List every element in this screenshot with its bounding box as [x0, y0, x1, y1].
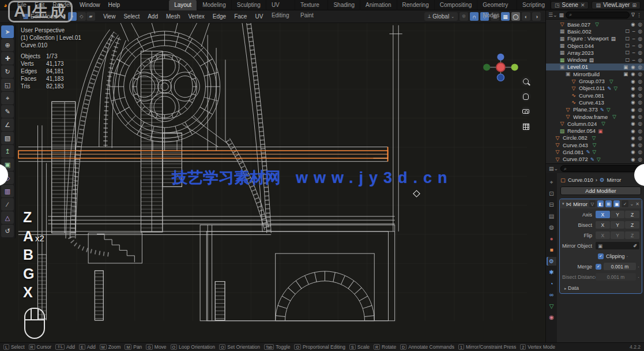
- disable-render-toggle[interactable]: ◎: [638, 156, 642, 162]
- eyedropper-icon[interactable]: ✐: [633, 243, 637, 249]
- workspace-tab[interactable]: Animation: [360, 0, 397, 10]
- checkbox-toggle[interactable]: ☐: [625, 57, 630, 63]
- outliner-row[interactable]: ∿ Curve.413 ◉ ◎: [546, 99, 644, 106]
- disable-render-toggle[interactable]: ◎: [638, 43, 642, 48]
- rotate-tool[interactable]: ↻: [1, 65, 14, 78]
- outliner-row[interactable]: ▣ MirrorBuild ▣ ◉ ◎: [546, 70, 644, 77]
- hide-viewport-toggle[interactable]: –: [632, 57, 635, 63]
- snap-magnet-icon[interactable]: ∩: [470, 12, 479, 21]
- tab-particles[interactable]: ✱: [547, 268, 556, 277]
- menu-item[interactable]: Window: [76, 0, 104, 10]
- outliner-row[interactable]: ▦ Basic.002 ☐ – ◎: [546, 28, 644, 35]
- properties-editor-icon[interactable]: ▤⌄: [549, 166, 558, 171]
- editor-type-icon[interactable]: ☰⌄: [548, 12, 558, 18]
- axis-y-button[interactable]: Y: [611, 211, 625, 218]
- breadcrumb-object[interactable]: Curve.010: [568, 177, 593, 183]
- new-layer-icon[interactable]: ⊞: [632, 2, 637, 8]
- transform-orientation-dropdown[interactable]: ⟂ Global ⌄: [424, 12, 458, 21]
- edit-mode-display-toggle[interactable]: ▽: [589, 200, 596, 207]
- add-modifier-button[interactable]: Add Modifier: [560, 186, 641, 195]
- viewport-menu-item[interactable]: Add: [144, 12, 162, 22]
- viewport-3d[interactable]: User Perspective(1) Collection | Level.0…: [0, 23, 545, 342]
- overlays-icon[interactable]: ▦: [501, 12, 510, 21]
- knife-tool[interactable]: ∕: [1, 198, 14, 211]
- view-layer-selector[interactable]: ▤ ViewLayer ⊞: [592, 1, 641, 9]
- hide-viewport-toggle[interactable]: ◉: [631, 149, 635, 155]
- disable-render-toggle[interactable]: ◎: [638, 99, 642, 105]
- outliner-row[interactable]: ▽ Curve.043 ▽ ◉ ◎: [546, 141, 644, 148]
- outliner-row[interactable]: ▽ Group.073 ▽ ◉ ◎: [546, 77, 644, 84]
- tab-tool[interactable]: ⌖: [547, 178, 556, 186]
- animate-dot[interactable]: ·: [638, 274, 639, 280]
- workspace-tab[interactable]: UV Editing: [266, 0, 295, 10]
- hide-viewport-toggle[interactable]: ◉: [631, 121, 635, 126]
- hide-viewport-toggle[interactable]: ◉: [631, 64, 635, 70]
- outliner-row[interactable]: ▽ Circle.082 ▽ ◉ ◎: [546, 135, 644, 141]
- tab-modifiers[interactable]: ⚙: [547, 257, 556, 266]
- outliner-row[interactable]: ▦ Window ▤ ☐ – ◎: [546, 56, 644, 63]
- disable-render-toggle[interactable]: ◎: [638, 57, 642, 63]
- camera-view-icon[interactable]: [521, 106, 531, 117]
- outliner-row[interactable]: ▦ Array.2023 ☐ – ◎: [546, 49, 644, 56]
- checkbox-toggle[interactable]: ▣: [623, 71, 628, 77]
- workspace-tab[interactable]: Sculpting: [232, 0, 266, 10]
- zoom-icon[interactable]: [521, 76, 531, 87]
- properties-search-input[interactable]: ⌕: [560, 165, 642, 172]
- hide-viewport-toggle[interactable]: –: [632, 43, 635, 48]
- disable-render-toggle[interactable]: ◎: [638, 135, 642, 141]
- outliner-row[interactable]: ▽ Window.frame ▽ ◉ ◎: [546, 113, 644, 120]
- axis-x-button[interactable]: X: [596, 221, 610, 229]
- annotate-tool[interactable]: ✎: [1, 105, 14, 118]
- viewport-menu-item[interactable]: UV: [251, 12, 267, 22]
- workspace-tab[interactable]: Compositing: [435, 0, 478, 10]
- outliner-row[interactable]: ▦ Figure : Viewport ▤ ☐ – ◎: [546, 35, 644, 42]
- unlink-icon[interactable]: ✕: [581, 2, 585, 8]
- hide-viewport-toggle[interactable]: ◉: [631, 99, 635, 105]
- outliner-row[interactable]: ▽ Base.027 ▽ ◉ ◎: [546, 21, 644, 28]
- modifier-name[interactable]: Mirror: [573, 201, 587, 207]
- filter-icon[interactable]: ∇: [631, 12, 635, 18]
- disable-render-toggle[interactable]: ◎: [638, 64, 642, 70]
- disable-render-toggle[interactable]: ◎: [638, 21, 642, 27]
- workspace-tab[interactable]: Modeling: [197, 0, 232, 10]
- checkbox-toggle[interactable]: ☐: [625, 28, 630, 34]
- viewport-menu-item[interactable]: Vertex: [184, 12, 208, 22]
- animate-dot[interactable]: ·: [638, 264, 639, 270]
- checkbox-toggle[interactable]: ▣: [623, 64, 628, 70]
- outliner-search-input[interactable]: ⌕: [566, 12, 630, 18]
- outliner-row[interactable]: ▽ Column.024 ▽ ◉ ◎: [546, 120, 644, 127]
- face-select-button[interactable]: ▰: [86, 12, 95, 21]
- hide-viewport-toggle[interactable]: ◉: [631, 85, 635, 91]
- viewport-menu-item[interactable]: Face: [230, 12, 251, 22]
- merge-value-field[interactable]: 0.001 m: [604, 263, 636, 270]
- disable-render-toggle[interactable]: ◎: [638, 92, 642, 98]
- close-icon[interactable]: ✕: [635, 201, 639, 207]
- hide-viewport-toggle[interactable]: ◉: [631, 114, 635, 120]
- select-box-tool[interactable]: ➤: [1, 25, 14, 38]
- hide-viewport-toggle[interactable]: ◉: [631, 142, 635, 148]
- disable-render-toggle[interactable]: ◎: [638, 71, 642, 77]
- axis-z-button[interactable]: Z: [625, 221, 639, 229]
- poly-build-tool[interactable]: △: [1, 211, 14, 224]
- hide-viewport-toggle[interactable]: ◉: [631, 135, 635, 141]
- workspace-tab[interactable]: Shading: [328, 0, 360, 10]
- hide-viewport-toggle[interactable]: –: [632, 50, 635, 55]
- disable-render-toggle[interactable]: ◎: [638, 79, 642, 84]
- axis-y-button[interactable]: Y: [611, 231, 625, 239]
- hide-viewport-toggle[interactable]: ◉: [631, 156, 635, 162]
- animate-dot[interactable]: ·: [627, 253, 628, 259]
- transform-tool[interactable]: ⌖: [1, 92, 14, 104]
- material-shading-icon[interactable]: ◑: [532, 12, 541, 21]
- viewport-menu-item[interactable]: Mesh: [162, 12, 184, 22]
- add-cube-tool[interactable]: ▧: [1, 132, 14, 144]
- mirror-modifier-header[interactable]: ▾ ⋈ Mirror ▽ ◧ ⊞ ▣ ✓ ⌄ ✕: [560, 199, 642, 208]
- hide-viewport-toggle[interactable]: ◉: [631, 79, 635, 84]
- wireframe-shading-icon[interactable]: ◯: [511, 12, 520, 21]
- disable-render-toggle[interactable]: ◎: [638, 50, 642, 55]
- tab-world[interactable]: ●: [547, 234, 556, 243]
- hide-viewport-toggle[interactable]: ◉: [631, 128, 635, 134]
- outliner-row[interactable]: ∿ Curve.081 ◉ ◎: [546, 92, 644, 99]
- axis-z-button[interactable]: Z: [625, 231, 639, 239]
- disable-render-toggle[interactable]: ◎: [638, 128, 642, 134]
- display-mode-icon[interactable]: ▦: [559, 12, 564, 18]
